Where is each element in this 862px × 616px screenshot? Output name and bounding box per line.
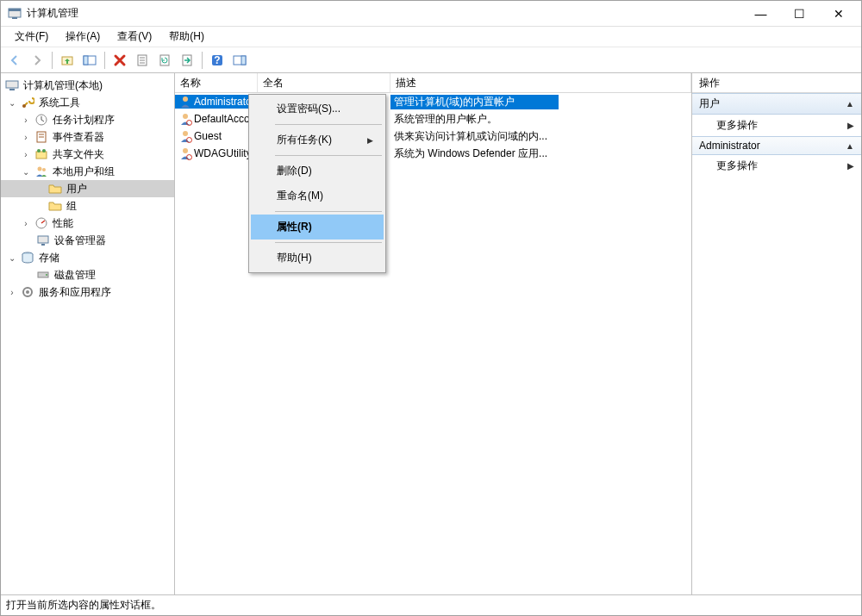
tree-shared-folders[interactable]: › 共享文件夹	[1, 146, 174, 163]
maximize-button[interactable]: ☐	[780, 1, 819, 27]
user-icon	[178, 95, 192, 109]
storage-icon	[21, 251, 34, 264]
svg-point-27	[42, 168, 46, 171]
expand-icon[interactable]: ›	[20, 133, 32, 142]
expand-icon[interactable]: ›	[20, 150, 32, 159]
menu-view[interactable]: 查看(V)	[109, 28, 160, 46]
forward-button[interactable]	[27, 50, 47, 71]
column-name[interactable]: 名称	[175, 73, 258, 92]
tree-users[interactable]: 用户	[1, 180, 174, 197]
show-action-pane-button[interactable]	[229, 50, 250, 71]
collapse-icon[interactable]: ⌄	[6, 253, 18, 263]
expand-icon[interactable]: ›	[20, 219, 32, 228]
perf-icon	[34, 216, 48, 230]
tree-root[interactable]: 计算机管理(本地)	[1, 77, 174, 94]
help-button[interactable]: ?	[207, 50, 228, 71]
tree-device-manager[interactable]: 设备管理器	[1, 232, 174, 249]
cm-rename[interactable]: 重命名(M)	[251, 184, 384, 208]
cell-name: Administrator	[175, 95, 258, 109]
menu-file[interactable]: 文件(F)	[6, 28, 57, 46]
tree-label: 本地用户和组	[51, 165, 116, 179]
cm-properties[interactable]: 属性(R)	[251, 215, 384, 240]
actions-section-users[interactable]: 用户 ▲	[692, 93, 861, 115]
refresh-button[interactable]	[154, 50, 175, 71]
up-button[interactable]	[57, 50, 78, 71]
show-hide-tree-button[interactable]	[79, 50, 100, 71]
properties-button[interactable]	[132, 50, 153, 71]
cm-separator	[275, 211, 382, 212]
toolbar-separator	[202, 52, 203, 69]
delete-button[interactable]	[109, 50, 130, 71]
tree-event-viewer[interactable]: › 事件查看器	[1, 128, 174, 146]
export-button[interactable]	[177, 50, 197, 71]
tree-performance[interactable]: › 性能	[1, 215, 174, 232]
svg-point-39	[183, 131, 188, 136]
expand-icon[interactable]: ›	[20, 115, 32, 125]
expand-icon[interactable]: ›	[6, 288, 18, 297]
action-more-users[interactable]: 更多操作 ▶	[692, 115, 861, 136]
cm-set-password[interactable]: 设置密码(S)...	[251, 96, 384, 121]
tree-task-scheduler[interactable]: › 任务计划程序	[1, 111, 174, 128]
cm-all-tasks[interactable]: 所有任务(K)▶	[251, 128, 384, 152]
svg-point-33	[46, 274, 47, 276]
svg-rect-5	[84, 56, 88, 65]
collapse-icon[interactable]: ⌄	[6, 98, 18, 108]
tree-label: 事件查看器	[51, 130, 106, 145]
cell-name-text: Guest	[194, 130, 222, 142]
tree-services[interactable]: › 服务和应用程序	[1, 283, 174, 301]
minimize-button[interactable]: —	[741, 1, 780, 27]
statusbar: 打开当前所选内容的属性对话框。	[1, 594, 861, 615]
cm-separator	[275, 124, 382, 125]
tree-groups[interactable]: 组	[1, 197, 174, 215]
cm-help[interactable]: 帮助(H)	[251, 246, 384, 271]
computer-icon	[5, 78, 19, 92]
action-label: 更多操作	[716, 159, 758, 173]
tree-system-tools[interactable]: ⌄ 系统工具	[1, 94, 174, 111]
tree-pane[interactable]: 计算机管理(本地) ⌄ 系统工具 › 任务计划程序 › 事件查看器 › 共享文件…	[1, 73, 175, 594]
tree-label: 计算机管理(本地)	[22, 78, 104, 93]
collapse-icon[interactable]: ⌄	[20, 167, 32, 177]
collapse-icon[interactable]: ▲	[846, 99, 854, 109]
folder-icon	[48, 199, 62, 213]
svg-rect-16	[6, 81, 18, 88]
user-icon	[178, 146, 192, 160]
action-label: 更多操作	[716, 118, 758, 133]
close-button[interactable]: ✕	[819, 1, 858, 27]
actions-header: 操作	[692, 73, 861, 93]
user-icon	[178, 129, 192, 143]
cm-label: 属性(R)	[277, 220, 312, 234]
toolbar: ?	[1, 47, 861, 73]
column-description[interactable]: 描述	[390, 73, 691, 92]
tree-label: 设备管理器	[53, 233, 108, 248]
column-fullname[interactable]: 全名	[258, 73, 390, 92]
user-icon	[178, 112, 192, 126]
back-button[interactable]	[4, 50, 25, 71]
tree-label: 性能	[51, 216, 75, 231]
action-more-admin[interactable]: 更多操作 ▶	[692, 155, 861, 177]
cm-label: 所有任务(K)	[277, 133, 332, 147]
menu-action[interactable]: 操作(A)	[57, 28, 109, 46]
tree-label: 组	[65, 199, 78, 214]
cm-label: 设置密码(S)...	[277, 102, 340, 116]
actions-section-admin[interactable]: Administrator ▲	[692, 136, 861, 155]
svg-point-26	[38, 167, 42, 171]
users-icon	[34, 165, 48, 178]
cm-separator	[275, 242, 382, 243]
titlebar: 计算机管理 — ☐ ✕	[1, 1, 861, 27]
collapse-icon[interactable]: ▲	[846, 141, 854, 151]
tree-local-users[interactable]: ⌄ 本地用户和组	[1, 163, 174, 180]
cm-delete[interactable]: 删除(D)	[251, 159, 384, 184]
tree-disk-mgmt[interactable]: 磁盘管理	[1, 266, 174, 283]
cell-description: 管理计算机(域)的内置帐户	[390, 95, 559, 109]
services-icon	[21, 285, 34, 299]
menubar: 文件(F) 操作(A) 查看(V) 帮助(H)	[1, 27, 861, 47]
app-icon	[8, 7, 22, 21]
cm-label: 重命名(M)	[277, 189, 323, 203]
share-icon	[34, 147, 48, 161]
actions-section-label: 用户	[699, 96, 720, 111]
cm-separator	[275, 155, 382, 156]
tree-label: 系统工具	[37, 96, 82, 110]
menu-help[interactable]: 帮助(H)	[160, 28, 213, 46]
svg-rect-30	[41, 244, 45, 246]
tree-storage[interactable]: ⌄ 存储	[1, 249, 174, 266]
